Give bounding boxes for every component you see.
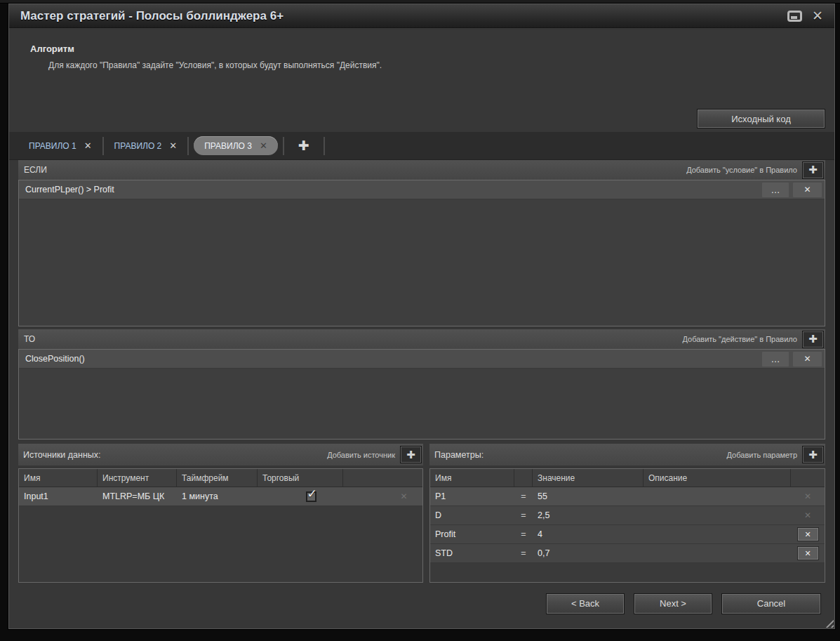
tab-label: ПРАВИЛО 1	[29, 141, 76, 151]
edit-condition-button[interactable]: …	[762, 183, 789, 197]
column-header-timeframe: Таймфрейм	[177, 469, 258, 487]
delete-action-button[interactable]: ✕	[793, 352, 822, 366]
add-source-label: Добавить источник	[327, 451, 395, 459]
delete-source-icon[interactable]: ✕	[400, 491, 407, 501]
tab-label: ПРАВИЛО 2	[114, 141, 162, 151]
condition-row[interactable]: CurrentPLper() > Profit … ✕	[19, 180, 825, 199]
next-button[interactable]: Next >	[634, 593, 712, 614]
parameter-description	[644, 487, 791, 505]
close-icon[interactable]: ✕	[812, 11, 823, 22]
column-header-instrument: Инструмент	[98, 469, 177, 487]
parameter-name: STD	[430, 544, 514, 562]
equals-sign: =	[514, 525, 533, 543]
bottom-panels: Источники данных: Добавить источник ✚ Им…	[18, 444, 825, 583]
add-condition-label: Добавить "условие" в Правило	[686, 166, 797, 174]
tab-rule-3[interactable]: ПРАВИЛО 3 ✕	[194, 136, 278, 155]
parameter-row[interactable]: STD = 0,7 ✕	[430, 544, 825, 563]
minimize-icon[interactable]	[787, 11, 802, 22]
tab-separator	[187, 137, 189, 155]
edit-action-button[interactable]: …	[762, 352, 789, 366]
tab-rule-2[interactable]: ПРАВИЛО 2 ✕	[104, 132, 188, 160]
parameters-panel: Параметры: Добавить параметр ✚ Имя Значе…	[429, 444, 825, 583]
source-code-button[interactable]: Исходный код	[697, 109, 825, 128]
source-delete-cell: ✕	[343, 487, 422, 505]
algorithm-description: Для каждого "Правила" задайте "Условия",…	[48, 60, 825, 70]
add-condition-button[interactable]: ✚	[802, 161, 824, 179]
delete-parameter-icon[interactable]: ✕	[804, 510, 811, 520]
tab-separator	[324, 137, 325, 155]
equals-sign: =	[514, 544, 533, 562]
data-sources-title: Источники данных:	[23, 450, 101, 460]
window-title: Мастер стратегий - Полосы боллинджера 6+	[20, 9, 284, 23]
add-icon: ✚	[808, 449, 818, 461]
equals-sign: =	[514, 487, 533, 505]
data-sources-panel: Источники данных: Добавить источник ✚ Им…	[18, 444, 423, 583]
delete-parameter-icon[interactable]: ✕	[804, 491, 811, 501]
data-source-row[interactable]: Input1 MTLRP=МБ ЦК 1 минута ✓ ✕	[19, 487, 422, 506]
parameter-row[interactable]: D = 2,5 ✕	[430, 506, 825, 525]
action-row[interactable]: ClosePosition() … ✕	[19, 350, 825, 369]
trading-checkbox[interactable]: ✓	[306, 491, 316, 502]
parameter-description	[644, 544, 791, 562]
parameter-delete-cell: ✕	[791, 506, 825, 524]
parameter-delete-cell: ✕	[791, 544, 825, 562]
action-text: ClosePosition()	[25, 354, 85, 364]
back-button[interactable]: < Back	[546, 593, 625, 614]
window-controls: ✕	[787, 11, 823, 22]
column-header-value: Значение	[533, 469, 644, 487]
source-timeframe: 1 минута	[177, 487, 258, 505]
parameters-table-header: Имя Значение Описание	[430, 469, 825, 487]
delete-parameter-button[interactable]: ✕	[797, 527, 819, 541]
parameter-value: 0,7	[533, 544, 644, 562]
data-sources-table: Имя Инструмент Таймфрейм Торговый Input1…	[18, 468, 423, 583]
tab-rule-1[interactable]: ПРАВИЛО 1 ✕	[18, 132, 102, 160]
ellipsis-icon: …	[771, 185, 780, 195]
parameters-header: Параметры: Добавить параметр ✚	[429, 444, 825, 465]
actions-list: ClosePosition() … ✕	[18, 349, 825, 440]
add-parameter-label: Добавить параметр	[727, 451, 797, 459]
delete-condition-button[interactable]: ✕	[793, 183, 822, 197]
ellipsis-icon: …	[771, 354, 780, 364]
title-bar[interactable]: Мастер стратегий - Полосы боллинджера 6+…	[9, 4, 834, 28]
parameter-value: 2,5	[533, 506, 644, 524]
then-section-header: ТО Добавить "действие" в Правило ✚	[18, 329, 825, 349]
parameters-table: Имя Значение Описание P1 = 55 ✕	[429, 468, 825, 583]
source-name: Input1	[19, 487, 98, 505]
add-action-button[interactable]: ✚	[802, 331, 824, 348]
add-action-label: Добавить "действие" в Правило	[682, 335, 797, 343]
add-parameter-button[interactable]: ✚	[802, 446, 824, 463]
close-tab-icon[interactable]: ✕	[84, 140, 92, 151]
parameter-delete-cell: ✕	[791, 487, 825, 505]
add-rule-tab-button[interactable]: ✚	[284, 138, 324, 154]
strategy-wizard-dialog: Мастер стратегий - Полосы боллинджера 6+…	[8, 4, 835, 629]
column-header-delete	[791, 469, 825, 487]
delete-parameter-button[interactable]: ✕	[797, 546, 819, 560]
add-icon: ✚	[808, 333, 818, 345]
close-icon: ✕	[804, 549, 811, 558]
parameter-name: D	[430, 506, 514, 524]
parameters-title: Параметры:	[434, 450, 484, 460]
add-icon: ✚	[298, 138, 309, 153]
parameter-description	[644, 506, 791, 524]
data-sources-table-header: Имя Инструмент Таймфрейм Торговый	[19, 469, 422, 487]
then-title: ТО	[24, 334, 35, 344]
close-tab-icon[interactable]: ✕	[260, 140, 267, 151]
condition-row-buttons: … ✕	[762, 183, 822, 197]
algorithm-title: Алгоритм	[30, 44, 825, 54]
parameter-name: Profit	[430, 525, 514, 543]
add-source-button[interactable]: ✚	[400, 446, 422, 463]
column-header-trading: Торговый	[258, 469, 343, 487]
action-row-buttons: … ✕	[762, 352, 822, 366]
parameter-row[interactable]: Profit = 4 ✕	[430, 525, 825, 544]
wizard-footer: < Back Next > Cancel	[18, 583, 825, 628]
column-header-name: Имя	[430, 469, 514, 487]
cancel-button[interactable]: Cancel	[721, 593, 821, 614]
algorithm-header: Алгоритм Для каждого "Правила" задайте "…	[18, 28, 825, 105]
dialog-content: Алгоритм Для каждого "Правила" задайте "…	[9, 28, 834, 628]
parameter-row[interactable]: P1 = 55 ✕	[430, 487, 825, 506]
if-section-header: ЕСЛИ Добавить "условие" в Правило ✚	[18, 160, 825, 180]
source-trading-cell: ✓	[258, 487, 343, 505]
close-icon: ✕	[804, 530, 811, 539]
close-tab-icon[interactable]: ✕	[169, 140, 177, 151]
toolbar-row: Исходный код	[18, 105, 825, 132]
